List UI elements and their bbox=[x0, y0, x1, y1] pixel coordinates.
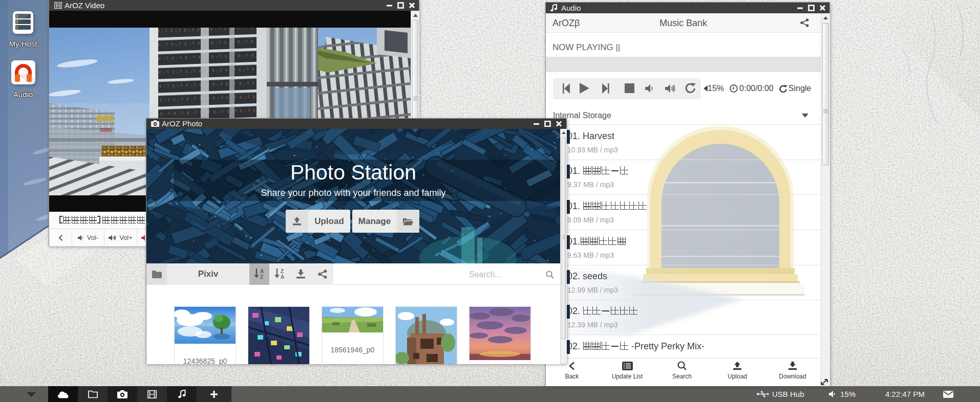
svg-text:Z: Z bbox=[281, 269, 284, 274]
svg-text:Z: Z bbox=[260, 274, 263, 280]
svg-text:A: A bbox=[281, 274, 284, 280]
svg-text:A: A bbox=[260, 269, 264, 274]
